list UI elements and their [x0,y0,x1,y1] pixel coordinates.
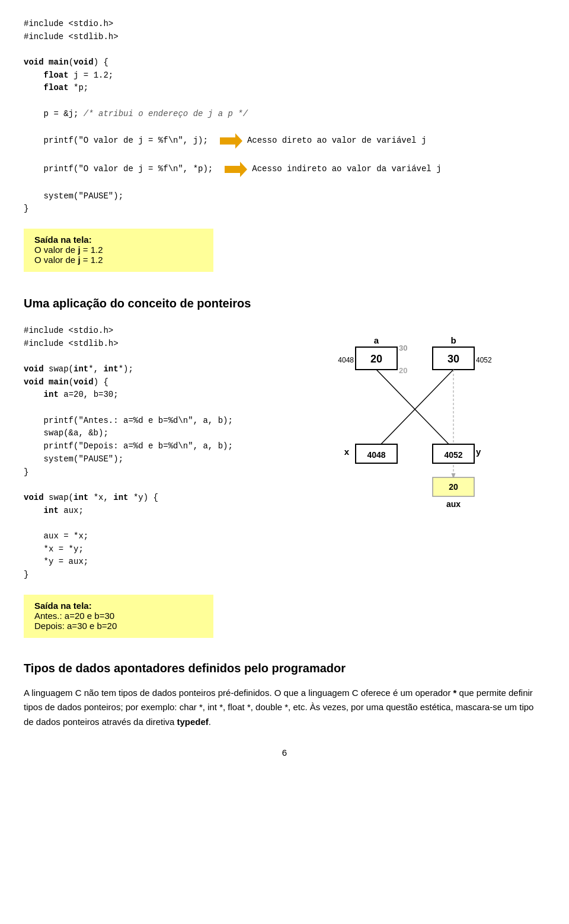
diagram-col: a b 20 30 4048 4052 30 20 x [279,319,545,520]
code-line: int a=20, b=30; [24,389,279,402]
code-line [24,121,545,134]
svg-text:b: b [450,335,456,345]
output-line-antes: Antes.: a=20 e b=30 [34,611,203,621]
code-line: printf("Depois: a=%d e b=%d\n", a, b); [24,440,279,453]
output-line-2: O valor de j = 1.2 [34,255,203,265]
pointer-diagram: a b 20 30 4048 4052 30 20 x [329,331,495,520]
code-line: void main(void) { [24,56,545,69]
code-line: } [24,203,545,216]
code-block-2: #include <stdio.h> #include <stdlib.h> v… [24,325,279,582]
svg-text:20: 20 [370,353,382,365]
code-line [24,43,545,56]
code-line-printf1: printf("O valor de j = %f\n", j); Acesso… [24,133,545,149]
output-line-1: O valor de j = 1.2 [34,245,203,255]
svg-text:x: x [344,447,350,457]
svg-text:20: 20 [449,482,458,492]
output-box-1: Saída na tela: O valor de j = 1.2 O valo… [24,229,213,272]
output-title-2: Saída na tela: [34,601,203,611]
code-line: *x = *y; [24,543,279,556]
section2-code-col: #include <stdio.h> #include <stdlib.h> v… [24,319,279,588]
code-line [24,517,279,530]
code-line: aux = *x; [24,530,279,543]
code-line: printf("Antes.: a=%d e b=%d\n", a, b); [24,415,279,428]
arrow-right-1: Acesso direto ao valor de variável j [220,133,426,149]
svg-text:aux: aux [446,499,461,509]
code-line: float j = 1.2; [24,69,545,82]
section3-title: Tipos de dados apontadores definidos pel… [24,662,545,675]
section1-code: #include <stdio.h> #include <stdlib.h> v… [24,18,545,216]
code-line: swap(&a, &b); [24,427,279,440]
code-line: } [24,466,279,479]
arrow-icon-2 [225,162,247,177]
svg-text:30: 30 [447,353,459,365]
code-line [24,350,279,363]
svg-text:4052: 4052 [444,450,462,460]
svg-text:20: 20 [399,366,407,375]
code-line [24,402,279,415]
arrow-right-2: Acesso indireto ao valor da variável j [225,162,441,177]
svg-text:4048: 4048 [338,356,354,364]
code-line: void main(void) { [24,376,279,389]
code-line: #include <stdlib.h> [24,338,279,351]
code-line: float *p; [24,82,545,95]
code-line [24,479,279,492]
svg-text:y: y [476,447,481,457]
code-line [24,95,545,108]
section3-body: A linguagem C não tem tipos de dados pon… [24,686,545,730]
code-line-printf2: printf("O valor de j = %f\n", *p); Acess… [24,162,545,177]
code-line: *y = aux; [24,556,279,569]
arrow-label-1: Acesso direto ao valor de variável j [247,134,426,147]
code-line: system("PAUSE"); [24,190,545,203]
code-line: #include <stdlib.h> [24,31,545,44]
svg-text:a: a [374,335,379,345]
code-block-1: #include <stdio.h> #include <stdlib.h> v… [24,18,545,216]
code-line [24,149,545,162]
code-line: void swap(int*, int*); [24,363,279,376]
arrow-label-2: Acesso indireto ao valor da variável j [252,163,441,176]
section2-title: Uma aplicação do conceito de ponteiros [24,297,545,310]
arrow-icon-1 [220,133,242,149]
code-line: system("PAUSE"); [24,453,279,466]
page-number: 6 [24,747,545,758]
svg-text:4052: 4052 [476,356,492,364]
code-line: } [24,569,279,582]
code-line: void swap(int *x, int *y) { [24,492,279,505]
output-line-depois: Depois: a=30 e b=20 [34,621,203,631]
section2-content: #include <stdio.h> #include <stdlib.h> v… [24,319,545,588]
svg-marker-0 [220,133,242,149]
code-line: #include <stdio.h> [24,18,545,31]
code-line-comment: p = &j; /* atribui o endereço de j a p *… [24,108,545,121]
svg-text:4048: 4048 [367,450,385,460]
code-line [24,177,545,190]
code-line: int aux; [24,505,279,518]
output-title-1: Saída na tela: [34,235,203,245]
svg-marker-1 [225,162,247,177]
output-box-2: Saída na tela: Antes.: a=20 e b=30 Depoi… [24,595,213,638]
code-line: #include <stdio.h> [24,325,279,338]
svg-text:30: 30 [399,344,407,352]
